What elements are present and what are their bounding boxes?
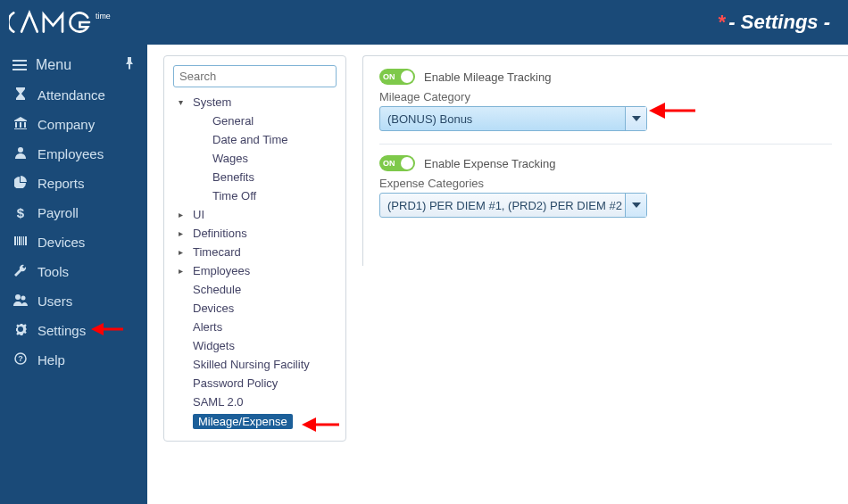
svg-text:?: ?	[18, 354, 23, 363]
chevron-down-icon	[625, 107, 646, 130]
users-icon	[12, 293, 29, 309]
sidebar-item-label: Attendance	[37, 87, 105, 103]
dollar-icon: $	[12, 205, 29, 220]
svg-text:time: time	[96, 12, 111, 21]
tree-leaf-date-time[interactable]: ▸Date and Time	[173, 130, 337, 149]
sidebar-item-company[interactable]: Company	[0, 110, 147, 139]
expense-section: ON Enable Expense Tracking Expense Categ…	[379, 144, 832, 218]
gear-icon	[12, 323, 29, 338]
expense-categories-dropdown[interactable]: (PRD1) PER DIEM #1, (PRD2) PER DIEM #2	[379, 193, 647, 218]
pin-icon[interactable]	[124, 57, 135, 73]
mileage-toggle-label: Enable Mileage Tracking	[424, 70, 551, 84]
sidebar-item-help[interactable]: ? Help	[0, 345, 147, 375]
hourglass-icon	[12, 87, 29, 103]
sidebar-item-label: Payroll	[37, 205, 79, 220]
tree-leaf-general[interactable]: ▸General	[173, 112, 337, 130]
wrench-icon	[12, 264, 29, 279]
app-body: Menu Attendance Company Employees Report…	[0, 45, 848, 504]
svg-rect-5	[21, 236, 22, 245]
tree-leaf-alerts[interactable]: ▸Alerts	[173, 318, 337, 336]
tree-search-input[interactable]	[173, 65, 337, 87]
tree-leaf-snf[interactable]: ▸Skilled Nursing Facility	[173, 355, 337, 374]
question-icon: ?	[12, 352, 29, 368]
sidebar-item-label: Tools	[37, 264, 69, 279]
expense-toggle-label: Enable Expense Tracking	[424, 157, 555, 170]
sidebar-item-devices[interactable]: Devices	[0, 227, 147, 257]
mileage-section: ON Enable Mileage Tracking Mileage Categ…	[379, 69, 832, 131]
tree-leaf-schedule[interactable]: ▸Schedule	[173, 280, 337, 299]
tree-node-timecard[interactable]: ▸Timecard	[173, 243, 337, 261]
sidebar-item-attendance[interactable]: Attendance	[0, 80, 147, 110]
svg-rect-6	[23, 236, 24, 245]
sidebar-item-label: Employees	[37, 146, 104, 161]
tree-node-system[interactable]: ▾System	[173, 93, 337, 112]
svg-point-8	[15, 294, 21, 300]
pie-icon	[12, 176, 29, 191]
svg-rect-2	[14, 236, 16, 245]
sidebar-item-reports[interactable]: Reports	[0, 169, 147, 198]
page-title: * - Settings -	[718, 11, 830, 34]
tree-leaf-mileage-expense[interactable]: ▸Mileage/Expense	[173, 411, 337, 432]
content-panel: ON Enable Mileage Tracking Mileage Categ…	[362, 55, 848, 266]
sidebar: Menu Attendance Company Employees Report…	[0, 45, 147, 504]
chevron-down-icon	[625, 194, 646, 217]
tree-leaf-saml[interactable]: ▸SAML 2.0	[173, 392, 337, 411]
tree-leaf-time-off[interactable]: ▸Time Off	[173, 186, 337, 205]
page-title-text: - Settings -	[728, 11, 830, 34]
sidebar-item-settings[interactable]: Settings	[0, 316, 147, 345]
expense-field-label: Expense Categories	[379, 177, 832, 190]
sidebar-item-label: Help	[37, 352, 65, 368]
app-root: time * - Settings - Menu Attendance	[0, 0, 848, 504]
tree-node-ui[interactable]: ▸UI	[173, 205, 337, 224]
svg-rect-4	[19, 236, 21, 245]
sidebar-item-label: Settings	[37, 323, 86, 338]
barcode-icon	[12, 235, 29, 250]
tree-leaf-widgets[interactable]: ▸Widgets	[173, 336, 337, 355]
svg-point-9	[21, 296, 26, 301]
mileage-toggle[interactable]: ON	[379, 69, 415, 85]
sidebar-item-employees[interactable]: Employees	[0, 139, 147, 169]
tree-node-definitions[interactable]: ▸Definitions	[173, 224, 337, 243]
hamburger-icon	[12, 60, 27, 70]
annotation-arrow-settings	[89, 319, 125, 339]
expense-categories-value: (PRD1) PER DIEM #1, (PRD2) PER DIEM #2	[387, 199, 622, 212]
main-area: ▾System ▸General ▸Date and Time ▸Wages ▸…	[147, 45, 848, 504]
sidebar-item-label: Users	[37, 293, 72, 309]
app-logo: time	[9, 8, 143, 37]
svg-rect-3	[17, 236, 18, 245]
page-title-asterisk: *	[718, 11, 726, 34]
app-header: time * - Settings -	[0, 0, 848, 45]
tree-leaf-benefits[interactable]: ▸Benefits	[173, 168, 337, 186]
settings-tree: ▾System ▸General ▸Date and Time ▸Wages ▸…	[173, 93, 337, 432]
sidebar-menu-header[interactable]: Menu	[0, 50, 147, 80]
bank-icon	[12, 117, 29, 132]
mileage-category-dropdown[interactable]: (BONUS) Bonus	[379, 106, 647, 131]
sidebar-item-label: Devices	[37, 235, 85, 250]
svg-marker-11	[91, 323, 104, 335]
tree-leaf-password-policy[interactable]: ▸Password Policy	[173, 374, 337, 392]
tree-leaf-devices[interactable]: ▸Devices	[173, 299, 337, 318]
menu-label: Menu	[36, 57, 71, 73]
expense-toggle[interactable]: ON	[379, 155, 415, 171]
person-icon	[12, 146, 29, 161]
svg-point-1	[18, 147, 23, 153]
sidebar-item-users[interactable]: Users	[0, 286, 147, 316]
sidebar-item-payroll[interactable]: $ Payroll	[0, 198, 147, 227]
settings-tree-panel: ▾System ▸General ▸Date and Time ▸Wages ▸…	[163, 55, 346, 442]
tree-leaf-wages[interactable]: ▸Wages	[173, 149, 337, 168]
sidebar-item-tools[interactable]: Tools	[0, 257, 147, 286]
mileage-category-value: (BONUS) Bonus	[387, 112, 472, 126]
sidebar-item-label: Company	[37, 117, 95, 132]
sidebar-item-label: Reports	[37, 176, 85, 191]
mileage-field-label: Mileage Category	[379, 90, 832, 103]
svg-rect-7	[25, 236, 27, 245]
tree-node-employees[interactable]: ▸Employees	[173, 261, 337, 280]
